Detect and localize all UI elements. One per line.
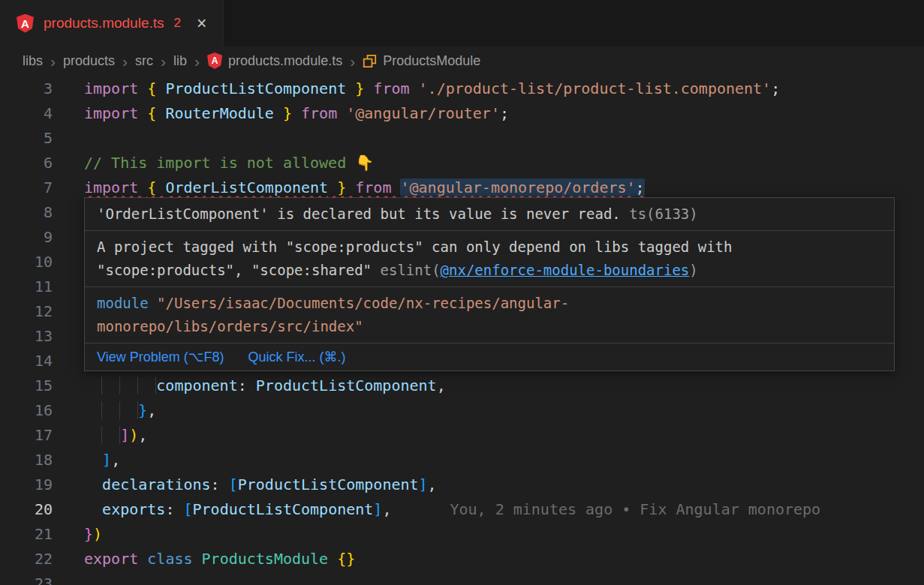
tab-problems-badge: 2 <box>174 16 181 31</box>
hover-message-text: ts(6133) <box>621 206 698 222</box>
code-token: '@angular-monorepo/orders' <box>400 178 635 196</box>
line-number: 12 <box>0 299 53 324</box>
code-token: : <box>238 376 256 394</box>
code-text[interactable]: }) <box>84 522 102 547</box>
code-token: ProductListComponent <box>238 476 419 494</box>
line-number: 21 <box>0 522 53 547</box>
close-icon[interactable]: × <box>197 15 206 32</box>
code-token: './product-list/product-list.component' <box>419 80 772 98</box>
breadcrumb-separator: › <box>194 53 200 69</box>
line-number: 17 <box>0 423 53 448</box>
code-token: ProductListComponent <box>193 500 374 518</box>
code-token: declarations <box>102 476 211 494</box>
line-number: 16 <box>0 398 53 423</box>
breadcrumb-separator: › <box>350 53 355 69</box>
code-line: 6// This import is not allowed 👇 <box>0 151 924 176</box>
line-number: 20 <box>0 497 53 522</box>
code-text[interactable]: ], <box>84 448 120 472</box>
code-token: ; <box>771 80 780 98</box>
hover-popup: 'OrderListComponent' is declared but its… <box>84 197 895 371</box>
code-token: , <box>138 426 147 444</box>
eslint-rule-link[interactable]: @nx/enforce-module-boundaries <box>441 262 690 278</box>
code-token: : <box>211 476 229 494</box>
line-number: 18 <box>0 448 53 472</box>
hover-message-text: ) <box>689 262 697 278</box>
code-token: component <box>156 376 237 394</box>
code-token: from <box>355 178 400 196</box>
line-number: 4 <box>0 101 53 126</box>
tab-products-module-ts[interactable]: A products.module.ts 2 × <box>0 0 224 46</box>
code-token: ] <box>419 476 428 494</box>
code-text[interactable]: exports: [ProductListComponent],You, 2 m… <box>84 497 820 522</box>
code-text[interactable]: import { ProductListComponent } from './… <box>84 76 780 101</box>
line-number: 13 <box>0 324 53 349</box>
hover-message-row: module "/Users/isaac/Documents/code/nx-r… <box>97 292 882 315</box>
code-token: { <box>147 80 165 98</box>
view-problem-f8-action[interactable]: View Problem (⌥F8) <box>97 349 224 365</box>
code-token: // This import is not allowed <box>84 154 355 172</box>
breadcrumb-item-libs[interactable]: libs <box>23 53 43 69</box>
line-number: 15 <box>0 374 53 398</box>
hover-actions: View Problem (⌥F8)Quick Fix... (⌘.) <box>85 344 894 370</box>
code-text[interactable]: component: ProductListComponent, <box>84 374 446 398</box>
code-token: ; <box>500 104 509 122</box>
code-line: 3import { ProductListComponent } from '.… <box>0 76 924 101</box>
code-token: } <box>84 525 93 543</box>
code-token: class <box>147 550 201 568</box>
line-number: 9 <box>0 225 53 250</box>
code-text[interactable]: }, <box>84 398 156 423</box>
code-text[interactable]: import { RouterModule } from '@angular/r… <box>84 101 509 126</box>
line-number: 5 <box>0 126 53 151</box>
breadcrumb-separator: › <box>122 53 128 69</box>
code-token: : <box>165 500 183 518</box>
code-token: [ <box>229 476 238 494</box>
breadcrumb-item-src[interactable]: src <box>135 53 153 69</box>
code-text[interactable]: // This import is not allowed 👇 <box>84 151 374 176</box>
hover-message-text: "scope:products", "scope:shared" <box>97 262 381 278</box>
breadcrumb: libs›products›src›lib›Aproducts.module.t… <box>0 46 924 75</box>
code-token: ProductsModule <box>202 550 329 568</box>
line-number: 8 <box>0 200 53 225</box>
code-text[interactable]: ]), <box>84 423 147 448</box>
editor: 3import { ProductListComponent } from '.… <box>0 75 924 585</box>
code-token: import <box>84 178 147 196</box>
quick-fix-action[interactable]: Quick Fix... (⌘.) <box>248 349 345 365</box>
code-line: 4import { RouterModule } from '@angular/… <box>0 101 924 126</box>
breadcrumb-item-products[interactable]: products <box>63 53 115 69</box>
code-token: ) <box>93 525 102 543</box>
hover-message-row: "scope:products", "scope:shared" eslint(… <box>97 259 882 282</box>
code-text[interactable]: declarations: [ProductListComponent], <box>84 472 437 497</box>
hover-message-text: A project tagged with "scope:products" c… <box>97 238 732 255</box>
code-line: 21}) <box>0 522 924 547</box>
hover-message-text: 'OrderListComponent' is declared but its… <box>97 206 621 222</box>
code-token: } <box>328 178 355 196</box>
line-number: 23 <box>0 572 53 585</box>
hover-message-text: eslint( <box>381 262 441 278</box>
code-text[interactable]: export class ProductsModule {} <box>84 547 355 572</box>
hover-message-row: 'OrderListComponent' is declared but its… <box>97 202 882 226</box>
code-token: import <box>84 80 147 98</box>
code-token <box>84 451 102 469</box>
code-token: { <box>147 104 165 122</box>
code-line: 17 ]), <box>0 423 924 448</box>
hover-section: A project tagged with "scope:products" c… <box>85 231 894 287</box>
line-number: 3 <box>0 76 53 101</box>
code-token: {} <box>337 550 355 568</box>
code-token: , <box>147 401 156 419</box>
code-token <box>84 476 102 494</box>
breadcrumb-separator: › <box>161 53 166 69</box>
code-line: 5 <box>0 126 924 151</box>
breadcrumb-item-products-module-ts[interactable]: Aproducts.module.ts <box>207 52 342 69</box>
code-token: { <box>147 178 165 196</box>
breadcrumb-item-productsmodule[interactable]: ProductsModule <box>363 53 480 69</box>
code-token: ; <box>636 178 645 196</box>
hover-section: 'OrderListComponent' is declared but its… <box>85 198 894 231</box>
tab-label: products.module.ts <box>44 15 164 32</box>
code-line: 23 <box>0 572 924 585</box>
breadcrumb-item-lib[interactable]: lib <box>173 53 187 69</box>
breadcrumb-label: ProductsModule <box>383 53 480 69</box>
hover-message-text: module <box>97 295 157 311</box>
angular-icon: A <box>17 14 34 33</box>
hover-message-text: monorepo/libs/orders/src/index" <box>97 318 363 334</box>
code-line: 19 declarations: [ProductListComponent], <box>0 472 924 497</box>
